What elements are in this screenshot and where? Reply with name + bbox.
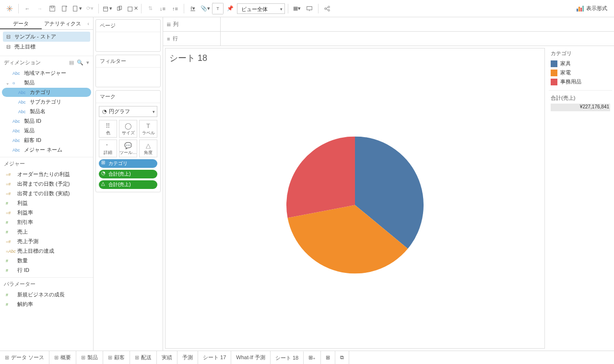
expand-icon[interactable]: ⌄ (6, 81, 11, 85)
pill-icon: △ (101, 181, 105, 186)
field-item[interactable]: ⌄⌾製品 (2, 78, 91, 87)
sort-asc-icon[interactable]: ↓≡ (157, 3, 168, 14)
field-item[interactable]: =Abc売上目標の達成 (2, 247, 91, 256)
marks-color[interactable]: ⠿色 (99, 120, 117, 138)
refresh-icon[interactable]: ⟳▾ (84, 3, 95, 14)
rows-shelf[interactable]: ≡行 (163, 32, 614, 46)
toolbar: ← → + ▾ ⟳▾ ▾ ✕ ⇅ ↓≡ ↑≡ ℓ▾ 📎▾ T 📌 ビュー全体 ▦… (0, 0, 614, 17)
field-item[interactable]: Abcメジャー ネーム (2, 145, 91, 154)
pin-icon[interactable]: 📌 (224, 3, 236, 14)
pie-slice[interactable] (286, 136, 355, 218)
legend-item[interactable]: 家具 (551, 59, 610, 68)
size-icon: ◯ (119, 122, 137, 129)
sort-desc-icon[interactable]: ↑≡ (169, 3, 181, 14)
field-item[interactable]: Abcカテゴリ (2, 88, 91, 97)
field-item[interactable]: =#売上予測 (2, 237, 91, 246)
field-item[interactable]: #新規ビジネスの成長 (2, 290, 91, 299)
legend-item[interactable]: 事務用品 (551, 77, 610, 86)
field-item[interactable]: #売上 (2, 227, 91, 236)
new-worksheet-tab[interactable]: ⊞₊ (304, 351, 321, 364)
show-me-button[interactable]: 表示形式 (574, 4, 610, 13)
field-item[interactable]: #利益 (2, 199, 91, 208)
marks-size[interactable]: ◯サイズ (119, 120, 137, 138)
datasource-item[interactable]: ⊟売上目標 (3, 42, 90, 52)
field-item[interactable]: #解約率 (2, 300, 91, 309)
field-item[interactable]: #割引率 (2, 218, 91, 227)
pill-icon: ◔ (101, 170, 106, 176)
field-item[interactable]: Abcサブカテゴリ (2, 97, 91, 106)
filters-card[interactable]: フィルター (95, 55, 161, 87)
dashboard-icon: ⊞ (81, 354, 85, 361)
search-icon[interactable]: 🔍 (77, 59, 83, 66)
field-item[interactable]: =#出荷までの日数 (予定) (2, 179, 91, 188)
sheet-tab[interactable]: シート 17 (198, 351, 231, 364)
new-data-source-icon[interactable]: + (59, 3, 71, 14)
field-type-icon: =# (6, 172, 15, 177)
tab-analytics[interactable]: アナリティクス (42, 17, 83, 29)
legend-item[interactable]: 家電 (551, 68, 610, 77)
sheet-tab[interactable]: ⊞配送 (130, 351, 157, 364)
menu-icon[interactable]: ▾ (86, 59, 89, 66)
marks-detail[interactable]: ⠂詳細 (99, 140, 117, 157)
new-story-icon: ⧉ (340, 354, 344, 361)
marks-pill[interactable]: △合計(売上) (99, 180, 157, 189)
presentation-icon[interactable] (304, 3, 315, 14)
pages-card[interactable]: ページ (95, 19, 161, 52)
new-story-tab[interactable]: ⧉ (335, 351, 349, 364)
field-item[interactable]: Abc顧客 ID (2, 136, 91, 145)
field-item[interactable]: =#出荷までの日数 (実績) (2, 189, 91, 198)
clear-icon[interactable]: ✕ (127, 3, 138, 14)
worksheet-view[interactable]: シート 18 (165, 48, 545, 349)
svg-rect-13 (128, 7, 132, 11)
columns-shelf[interactable]: iii列 (163, 17, 614, 32)
marks-tooltip[interactable]: 💬ツール… (119, 140, 137, 157)
sheet-tab[interactable]: 予測 (177, 351, 198, 364)
save-icon[interactable] (47, 3, 58, 14)
data-source-tab[interactable]: ⊞ データ ソース (0, 351, 49, 364)
tab-data[interactable]: データ (0, 17, 42, 29)
svg-point-18 (328, 9, 330, 11)
highlight-icon[interactable]: ℓ▾ (187, 3, 199, 14)
back-icon[interactable]: ← (22, 3, 33, 14)
color-icon: ⠿ (99, 122, 117, 129)
sheet-tab[interactable]: シート 18 (271, 351, 304, 364)
sheet-tab[interactable]: ⊞顧客 (103, 351, 130, 364)
sheet-tab[interactable]: 実績 (157, 351, 177, 364)
field-type-icon: # (6, 302, 15, 307)
field-item[interactable]: =#利益率 (2, 208, 91, 217)
worksheet-title[interactable]: シート 18 (169, 52, 541, 64)
field-item[interactable]: Abc返品 (2, 126, 91, 135)
field-item[interactable]: #行 ID (2, 266, 91, 275)
view-as-icon[interactable]: ▤ (69, 59, 74, 66)
field-item[interactable]: Abc製品名 (2, 107, 91, 116)
forward-icon[interactable]: → (34, 3, 46, 14)
new-dashboard-tab[interactable]: ⊞ (321, 351, 335, 364)
field-item[interactable]: Abc地域マネージャー (2, 69, 91, 78)
marks-pill[interactable]: ⊞カテゴリ (99, 159, 157, 168)
datasource-item[interactable]: ⊟サンプル - ストア (3, 32, 90, 42)
sheet-tab[interactable]: ⊞概要 (49, 351, 76, 364)
marks-angle[interactable]: △角度 (139, 140, 157, 157)
text-icon[interactable]: T (212, 3, 224, 14)
swap-icon[interactable]: ⇅ (144, 3, 156, 14)
mark-type-dropdown[interactable]: ◔ 円グラフ (99, 106, 157, 117)
auto-update-icon[interactable]: ▾ (71, 3, 83, 14)
svg-rect-8 (73, 6, 77, 11)
show-cards-icon[interactable]: ▦▾ (291, 3, 303, 14)
field-item[interactable]: =#オーダー当たりの利益 (2, 170, 91, 179)
sheet-tab[interactable]: What-If 予測 (231, 351, 271, 364)
field-item[interactable]: Abc製品 ID (2, 117, 91, 126)
fit-dropdown[interactable]: ビュー全体 (237, 3, 285, 14)
tableau-logo-icon[interactable] (4, 3, 15, 14)
sheet-tab[interactable]: ⊞製品 (76, 351, 103, 364)
pie-chart[interactable] (286, 136, 424, 274)
new-dashboard-icon: ⊞ (326, 354, 330, 361)
group-icon[interactable]: 📎▾ (200, 3, 211, 14)
duplicate-icon[interactable] (114, 3, 126, 14)
marks-pill[interactable]: ◔合計(売上) (99, 170, 157, 178)
new-worksheet-icon[interactable]: ▾ (102, 3, 113, 14)
marks-label[interactable]: Tラベル (139, 120, 157, 138)
share-icon[interactable] (321, 3, 333, 14)
field-item[interactable]: #数量 (2, 256, 91, 265)
collapse-pane-icon[interactable]: ‹ (83, 17, 93, 29)
